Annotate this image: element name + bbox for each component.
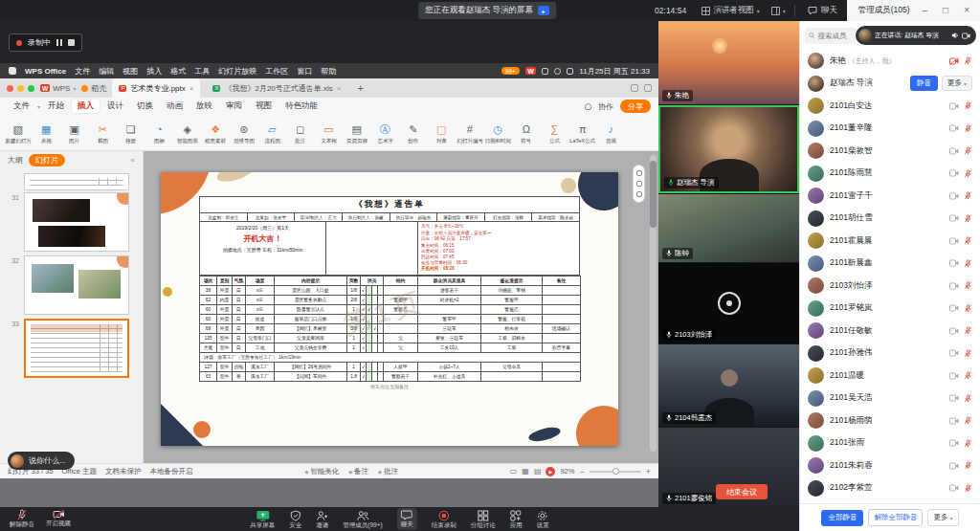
member-row[interactable]: 2101任敬敏 bbox=[800, 320, 980, 343]
settings-button[interactable]: 设置 bbox=[537, 510, 549, 531]
menu-item[interactable]: 格式 bbox=[170, 66, 186, 77]
camera-icon[interactable] bbox=[949, 147, 959, 155]
app-name[interactable]: WPS Office bbox=[25, 67, 66, 76]
mic-off-icon[interactable] bbox=[964, 349, 972, 358]
more-button[interactable]: 更多▾ bbox=[942, 76, 972, 91]
ribbon-tool[interactable]: ▤ 页眉页脚 bbox=[343, 121, 371, 145]
search-box[interactable] bbox=[805, 28, 858, 44]
status-tool[interactable]: 批注 bbox=[378, 467, 398, 476]
member-row[interactable]: 2101张雨 bbox=[800, 432, 980, 455]
zoom-out-button[interactable]: − bbox=[579, 467, 584, 476]
ribbon-tab-features[interactable]: 特色功能 bbox=[279, 100, 323, 113]
ribbon-tool[interactable]: ◻ 批注 bbox=[286, 121, 315, 145]
camera-icon[interactable] bbox=[949, 237, 959, 245]
document-tab-pptx[interactable]: P 艺术类专业.pptx × bbox=[112, 78, 200, 98]
close-tab-icon[interactable]: × bbox=[189, 84, 194, 93]
mic-off-icon[interactable] bbox=[964, 371, 972, 380]
ribbon-tool[interactable]: Ω 符号 bbox=[512, 121, 541, 145]
notification-badge[interactable]: 99+ bbox=[501, 67, 520, 75]
member-row[interactable]: 2101罗铭岚 bbox=[800, 298, 980, 321]
ribbon-tab-review[interactable]: 审阅 bbox=[220, 100, 248, 113]
member-row[interactable]: 2101孙雅伟 bbox=[800, 343, 980, 365]
collab-button[interactable]: 协作 bbox=[598, 101, 613, 112]
chat-button[interactable]: 聊天 bbox=[397, 508, 417, 531]
mic-off-icon[interactable] bbox=[964, 484, 972, 493]
play-slideshow-button[interactable]: ▶ bbox=[546, 467, 555, 476]
menu-item[interactable]: 插入 bbox=[146, 66, 162, 77]
view-mode-button[interactable]: 演讲者视图 ▾ bbox=[696, 0, 766, 21]
menu-item[interactable]: 幻灯片放映 bbox=[218, 66, 256, 77]
ribbon-tool[interactable]: ✎ 创作 bbox=[399, 121, 428, 145]
camera-toggle[interactable]: 开启视频 bbox=[46, 509, 71, 530]
status-tool[interactable]: 智能美化 bbox=[304, 467, 339, 476]
ribbon-tool[interactable]: π LaTeX公式 bbox=[568, 121, 597, 145]
view-reading-icon[interactable]: ▤ bbox=[534, 467, 542, 476]
ribbon-tool[interactable]: ▱ 流程图 bbox=[258, 121, 287, 145]
camera-icon[interactable] bbox=[949, 259, 959, 267]
invite-button[interactable]: 邀请 bbox=[316, 510, 328, 531]
view-sorter-icon[interactable]: ▦ bbox=[522, 467, 529, 476]
ribbon-tab-home[interactable]: 开始 bbox=[42, 100, 70, 113]
zoom-slider-thumb[interactable] bbox=[612, 468, 619, 475]
mic-off-icon[interactable] bbox=[964, 394, 972, 403]
mic-off-icon[interactable] bbox=[964, 214, 972, 223]
manage-members-button[interactable]: 管理成员(99+) bbox=[343, 510, 382, 531]
mic-off-icon[interactable] bbox=[964, 416, 972, 425]
mic-off-icon[interactable] bbox=[964, 101, 972, 110]
ribbon-tool[interactable]: ▣ 图片 bbox=[60, 121, 89, 145]
close-button[interactable]: × bbox=[961, 0, 972, 21]
members-tab[interactable]: 管理成员(105) bbox=[858, 5, 910, 16]
chat-message-overlay[interactable]: 说你什么... bbox=[8, 452, 75, 470]
member-row-host[interactable]: 朱艳 （主持人，我） bbox=[800, 50, 980, 73]
menu-item[interactable]: 工具 bbox=[194, 66, 210, 77]
ribbon-tab-view[interactable]: 视图 bbox=[250, 100, 278, 113]
slides-tab[interactable]: 幻灯片 bbox=[29, 154, 65, 166]
menu-item[interactable]: 帮助 bbox=[321, 66, 336, 77]
apps-button[interactable]: 应用 bbox=[510, 510, 523, 531]
ribbon-tool[interactable]: # 幻灯片编号 bbox=[456, 121, 484, 145]
ribbon-tool[interactable]: ▭ 文本框 bbox=[315, 121, 344, 145]
mute-button[interactable]: 静音 bbox=[910, 76, 938, 91]
slide-thumbnail-31[interactable] bbox=[24, 192, 129, 252]
menu-item[interactable]: 编辑 bbox=[99, 66, 114, 77]
camera-icon[interactable] bbox=[949, 124, 959, 132]
floating-mini-toolbar[interactable] bbox=[633, 165, 645, 203]
member-row[interactable]: 2101靳晨鑫 bbox=[800, 253, 980, 276]
member-row[interactable]: 2101温暖 bbox=[800, 365, 980, 387]
mic-off-icon[interactable] bbox=[964, 439, 972, 448]
mic-off-icon[interactable] bbox=[964, 326, 972, 335]
zoom-in-button[interactable]: + bbox=[646, 467, 651, 476]
unmute-all-button[interactable]: 解除全部静音 bbox=[868, 509, 923, 526]
window-traffic-lights[interactable] bbox=[7, 85, 34, 92]
video-tile[interactable]: 朱艳 bbox=[658, 21, 799, 104]
ribbon-tool[interactable]: ❖ 稻壳素材 bbox=[202, 121, 231, 145]
mute-all-button[interactable]: 全部静音 bbox=[821, 510, 863, 526]
menubar-status-icon[interactable] bbox=[542, 68, 548, 75]
menu-item[interactable]: 视图 bbox=[122, 66, 138, 77]
more-actions-button[interactable]: 更多▾ bbox=[927, 509, 958, 526]
camera-icon[interactable] bbox=[949, 417, 959, 425]
wps-badge[interactable]: W bbox=[525, 67, 537, 75]
end-meeting-button[interactable]: 结束会议 bbox=[716, 484, 768, 499]
video-tile-speaking[interactable]: 赵瑞杰 导演 bbox=[658, 105, 799, 193]
maximize-button[interactable]: □ bbox=[940, 0, 951, 21]
stop-recording-button[interactable]: 结束录制 bbox=[432, 510, 457, 531]
camera-icon[interactable] bbox=[949, 102, 959, 110]
menu-item[interactable]: 工作区 bbox=[265, 66, 288, 77]
outline-tab[interactable]: 大纲 bbox=[8, 155, 23, 166]
slide-thumbnail-33-selected[interactable] bbox=[24, 319, 129, 378]
view-normal-icon[interactable]: ▭ bbox=[510, 467, 518, 476]
ribbon-tool[interactable]: ▧ 新建幻灯片 bbox=[4, 121, 33, 145]
ribbon-tab-animation[interactable]: 动画 bbox=[161, 100, 189, 113]
stop-recording-button[interactable] bbox=[68, 39, 75, 46]
ribbon-tool[interactable]: Ⓐ 艺术字 bbox=[371, 121, 400, 145]
mic-off-icon[interactable] bbox=[964, 169, 972, 178]
pause-recording-button[interactable] bbox=[56, 39, 62, 46]
menu-item[interactable]: 窗口 bbox=[297, 66, 312, 77]
security-button[interactable]: 安全 bbox=[289, 510, 301, 531]
mic-off-icon[interactable] bbox=[964, 236, 972, 245]
camera-off-icon[interactable] bbox=[949, 57, 959, 65]
collapse-panel-icon[interactable]: « bbox=[131, 156, 135, 165]
mic-toggle[interactable]: 解除静音 bbox=[10, 509, 34, 530]
member-row[interactable]: 2101胡仕雪 bbox=[800, 208, 980, 231]
